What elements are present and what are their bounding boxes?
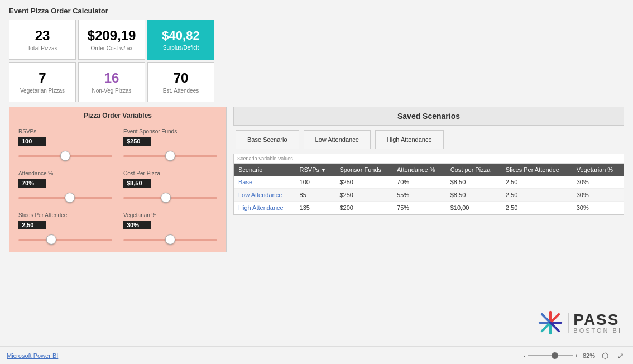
scenario-btn-base[interactable]: Base Scenario [236, 130, 299, 149]
slider-thumb[interactable] [165, 151, 175, 161]
slider-track [123, 239, 217, 241]
var-sponsor: Event Sponsor Funds $250 [119, 124, 222, 164]
zoom-minus[interactable]: - [524, 352, 526, 359]
cell-cost: $8,50 [446, 189, 501, 202]
kpi-nonveg-pizzas: 16 Non-Veg Pizzas [78, 62, 145, 102]
pass-logo: PASS BOSTON BI [537, 309, 622, 336]
scenario-table: Scenario RSVPs ▼ Sponsor Funds Attendanc… [234, 164, 624, 214]
kpi-surplus-value: $40,82 [162, 28, 199, 43]
bottom-bar: Microsoft Power BI - + 82% ⬡ ⤢ [0, 346, 633, 364]
var-attendance-value: 70% [18, 179, 46, 188]
cell-scenario[interactable]: High Attendance [234, 202, 295, 214]
share-icon[interactable]: ⬡ [600, 350, 611, 361]
zoom-slider[interactable] [528, 355, 573, 356]
var-attendance: Attendance % 70% [14, 166, 117, 205]
cell-cost: $8,50 [446, 176, 501, 189]
cell-sponsor: $200 [335, 202, 392, 214]
kpi-nonveg-pizzas-value: 16 [104, 70, 119, 87]
var-rsvps-label: RSVPs [18, 128, 112, 135]
cell-veg: 30% [572, 202, 624, 214]
pass-logo-text: PASS BOSTON BI [573, 312, 622, 334]
var-rsvps-value: 100 [18, 137, 46, 146]
var-veg-label: Vegetarian % [123, 212, 217, 218]
scenario-buttons: Base Scenario Low Attendance High Attend… [236, 130, 624, 149]
zoom-control: - + 82% [524, 352, 595, 359]
kpi-total-pizzas-value: 23 [35, 28, 50, 44]
kpi-row-1: 23 Total Pizzas $209,19 Order Cost w/tax… [9, 20, 624, 60]
slider-track [18, 197, 112, 199]
var-cost-label: Cost Per Pizza [123, 170, 217, 176]
slider-track [123, 197, 217, 199]
slider-thumb[interactable] [65, 193, 75, 203]
cell-rsvps: 100 [295, 176, 335, 189]
var-rsvps: RSVPs 100 [14, 124, 117, 164]
cell-scenario[interactable]: Low Attendance [234, 189, 295, 202]
slider-track [123, 155, 217, 157]
cell-slices: 2,50 [501, 202, 572, 214]
variables-grid: RSVPs 100 Event Sponsor Funds $250 [14, 124, 222, 247]
var-rsvps-slider[interactable] [18, 150, 112, 161]
table-row: Base 100 $250 70% $8,50 2,50 30% [234, 176, 624, 189]
svg-line-6 [542, 314, 550, 323]
bottom-right: - + 82% ⬡ ⤢ [524, 350, 626, 361]
kpi-attendees-value: 70 [174, 70, 189, 87]
fullscreen-icon[interactable]: ⤢ [615, 350, 626, 361]
kpi-order-cost-label: Order Cost w/tax [90, 45, 132, 51]
cell-attendance: 75% [392, 202, 446, 214]
zoom-value: 82% [583, 352, 595, 359]
var-sponsor-slider[interactable] [123, 150, 217, 161]
kpi-veg-pizzas-label: Vegetarian Pizzas [20, 88, 65, 94]
kpi-veg-pizzas: 7 Vegetarian Pizzas [9, 62, 76, 102]
cell-veg: 30% [572, 176, 624, 189]
cell-sponsor: $250 [335, 189, 392, 202]
cell-scenario[interactable]: Base [234, 176, 295, 189]
cell-slices: 2,50 [501, 176, 572, 189]
slider-thumb[interactable] [60, 151, 70, 161]
kpi-surplus-label: Surplus/Deficit [163, 45, 199, 51]
scenario-table-container: Scenario Variable Values Scenario RSVPs … [233, 154, 624, 215]
col-veg: Vegetarian % [572, 164, 624, 176]
kpi-order-cost-value: $209,19 [88, 28, 136, 44]
kpi-surplus: $40,82 Surplus/Deficit [147, 20, 214, 60]
var-cost-value: $8,50 [123, 179, 151, 188]
table-row: Low Attendance 85 $250 55% $8,50 2,50 30… [234, 189, 624, 202]
svg-line-4 [550, 314, 559, 323]
cell-veg: 30% [572, 189, 624, 202]
table-row: High Attendance 135 $200 75% $10,00 2,50… [234, 202, 624, 214]
col-cost: Cost per Pizza [446, 164, 501, 176]
scenario-btn-low[interactable]: Low Attendance [304, 130, 371, 149]
pass-logo-icon [537, 309, 564, 336]
kpi-attendees: 70 Est. Attendees [147, 62, 214, 102]
power-bi-link[interactable]: Microsoft Power BI [7, 352, 58, 359]
scenario-btn-high[interactable]: High Attendance [375, 130, 444, 149]
zoom-plus[interactable]: + [575, 352, 578, 359]
var-attendance-label: Attendance % [18, 170, 112, 176]
var-slices-value: 2,50 [18, 221, 46, 229]
var-cost: Cost Per Pizza $8,50 [119, 166, 222, 205]
pass-main-text: PASS [573, 312, 622, 328]
kpi-nonveg-pizzas-label: Non-Veg Pizzas [92, 88, 131, 94]
cell-rsvps: 135 [295, 202, 335, 214]
pass-sub-text: BOSTON BI [573, 328, 622, 334]
kpi-total-pizzas: 23 Total Pizzas [9, 20, 76, 60]
cell-sponsor: $250 [335, 176, 392, 189]
var-veg-slider[interactable] [123, 234, 217, 245]
var-slices: Slices Per Attendee 2,50 [14, 208, 117, 247]
slider-thumb[interactable] [161, 193, 171, 203]
var-sponsor-value: $250 [123, 137, 151, 146]
kpi-attendees-label: Est. Attendees [163, 88, 199, 94]
scenarios-header: Saved Scenarios [233, 107, 624, 126]
col-rsvps: RSVPs ▼ [295, 164, 335, 176]
main-layout: Pizza Order Variables RSVPs 100 Event Sp… [9, 107, 624, 252]
var-attendance-slider[interactable] [18, 192, 112, 203]
var-veg: Vegetarian % 30% [119, 208, 222, 247]
var-sponsor-label: Event Sponsor Funds [123, 128, 217, 135]
variables-panel: Pizza Order Variables RSVPs 100 Event Sp… [9, 107, 227, 252]
var-slices-slider[interactable] [18, 234, 112, 245]
slider-thumb[interactable] [165, 234, 175, 245]
slider-track [18, 239, 112, 241]
slider-thumb[interactable] [46, 234, 56, 245]
cell-cost: $10,00 [446, 202, 501, 214]
var-veg-value: 30% [123, 221, 151, 229]
var-cost-slider[interactable] [123, 192, 217, 203]
